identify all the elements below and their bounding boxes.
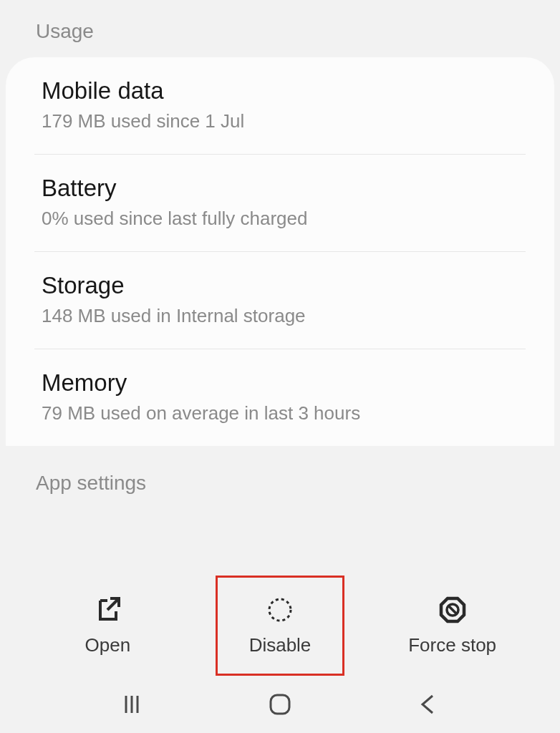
bottom-action-bar: Open Disable Force stop [0, 576, 560, 676]
app-settings-header: App settings [0, 446, 560, 495]
svg-line-3 [448, 606, 457, 614]
storage-title: Storage [42, 272, 518, 299]
svg-rect-7 [271, 695, 289, 714]
open-label: Open [85, 634, 131, 656]
memory-subtitle: 79 MB used on average in last 3 hours [42, 402, 518, 424]
disable-button[interactable]: Disable [216, 576, 344, 676]
open-icon [93, 596, 122, 624]
storage-subtitle: 148 MB used in Internal storage [42, 305, 518, 327]
force-stop-icon [438, 596, 467, 624]
mobile-data-subtitle: 179 MB used since 1 Jul [42, 110, 518, 132]
battery-item[interactable]: Battery 0% used since last fully charged [34, 155, 526, 252]
recent-apps-button[interactable] [117, 690, 146, 719]
battery-title: Battery [42, 175, 518, 202]
usage-section-header: Usage [0, 0, 560, 57]
navigation-bar [0, 683, 560, 726]
battery-subtitle: 0% used since last fully charged [42, 208, 518, 230]
mobile-data-item[interactable]: Mobile data 179 MB used since 1 Jul [34, 57, 526, 155]
home-button[interactable] [266, 690, 294, 719]
memory-title: Memory [42, 369, 518, 397]
mobile-data-title: Mobile data [42, 77, 518, 105]
back-button[interactable] [414, 690, 443, 719]
force-stop-button[interactable]: Force stop [388, 576, 517, 676]
disable-icon [266, 596, 294, 624]
force-stop-label: Force stop [408, 634, 496, 656]
memory-item[interactable]: Memory 79 MB used on average in last 3 h… [34, 349, 526, 446]
storage-item[interactable]: Storage 148 MB used in Internal storage [34, 252, 526, 349]
open-button[interactable]: Open [43, 576, 172, 676]
disable-label: Disable [249, 634, 312, 656]
svg-point-0 [269, 599, 291, 621]
usage-card: Mobile data 179 MB used since 1 Jul Batt… [6, 57, 554, 446]
